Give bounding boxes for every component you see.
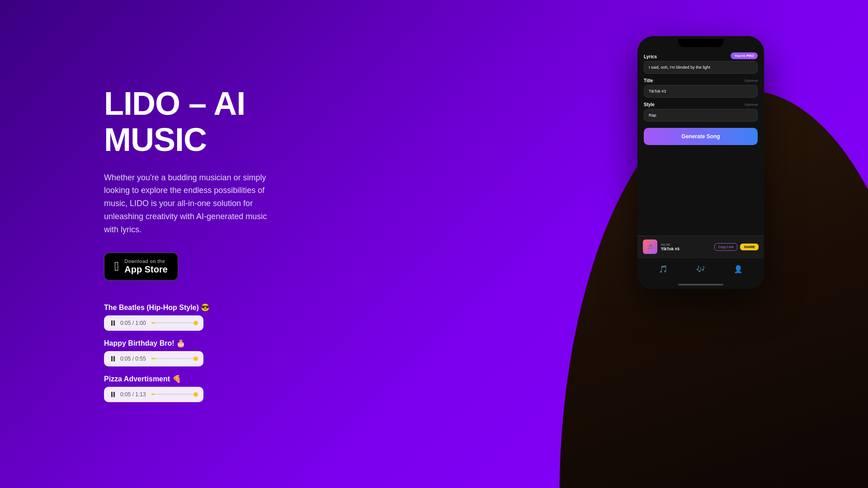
phone-frame: You're PRO Lyrics I said, ooh, I'm blind…: [637, 36, 764, 289]
song-title: Happy Birthday Bro! 🎂: [104, 339, 316, 347]
progress-dot: [193, 357, 198, 361]
nav-music-icon[interactable]: 🎵: [659, 265, 668, 273]
songs-list: The Beatles (Hip-Hop Style) 😎 0:05 / 1:0…: [104, 303, 316, 402]
progress-bar[interactable]: [151, 394, 196, 395]
play-pause-button[interactable]: [111, 320, 115, 326]
app-description: Whether you're a budding musician or sim…: [104, 171, 276, 236]
progress-bar[interactable]: [151, 322, 196, 324]
download-label: Download on the: [124, 258, 168, 264]
phone-notch-area: You're PRO: [637, 36, 764, 50]
time-display: 0:05 / 1:00: [120, 320, 146, 326]
progress-fill: [151, 322, 155, 324]
pause-icon: [111, 392, 115, 397]
home-indicator: [637, 280, 764, 289]
now-playing-info: 00:38 TikTok #3: [661, 243, 711, 251]
share-button[interactable]: SHARE: [740, 244, 759, 250]
now-playing-time: 00:38: [661, 243, 711, 247]
now-playing-thumbnail: 🎵: [643, 239, 657, 254]
left-section: LIDO – AI MUSIC Whether you're a budding…: [0, 0, 316, 488]
progress-dot: [193, 392, 198, 397]
nav-profile-icon[interactable]: 👤: [734, 265, 743, 273]
phone-notch: [678, 39, 723, 47]
pause-icon: [111, 356, 115, 361]
pro-badge: You're PRO: [731, 52, 758, 59]
now-playing-title: TikTok #3: [661, 247, 711, 251]
app-store-text: Download on the App Store: [124, 258, 168, 275]
store-name: App Store: [124, 264, 168, 275]
nav-notes-icon[interactable]: 🎶: [696, 265, 705, 273]
title-field-group: Title Optional TikTok #3: [644, 78, 758, 98]
play-pause-button[interactable]: [111, 356, 115, 361]
title-input[interactable]: TikTok #3: [644, 85, 758, 98]
style-input[interactable]: Rap: [644, 109, 758, 122]
lyrics-input[interactable]: I said, ooh, I'm blinded by the light: [644, 61, 758, 74]
progress-fill: [151, 394, 155, 395]
audio-player[interactable]: 0:05 / 1:00: [104, 315, 203, 331]
home-bar: [678, 284, 723, 286]
progress-bar[interactable]: [151, 358, 196, 359]
title-label: Title Optional: [644, 78, 758, 83]
apple-icon: : [114, 260, 119, 273]
play-pause-button[interactable]: [111, 392, 115, 397]
time-display: 0:05 / 0:55: [120, 356, 146, 362]
now-playing-actions: Copy Link SHARE: [714, 243, 759, 251]
song-title: The Beatles (Hip-Hop Style) 😎: [104, 303, 316, 312]
right-section: You're PRO Lyrics I said, ooh, I'm blind…: [316, 0, 868, 488]
spacer: [644, 150, 758, 231]
song-item: The Beatles (Hip-Hop Style) 😎 0:05 / 1:0…: [104, 303, 316, 331]
audio-player[interactable]: 0:05 / 0:55: [104, 351, 203, 366]
song-item: Happy Birthday Bro! 🎂 0:05 / 0:55: [104, 339, 316, 366]
generate-song-button[interactable]: Generate Song: [644, 128, 758, 145]
phone-screen: Lyrics I said, ooh, I'm blinded by the l…: [637, 50, 764, 289]
audio-player[interactable]: 0:05 / 1:13: [104, 387, 203, 402]
screen-content: Lyrics I said, ooh, I'm blinded by the l…: [637, 50, 764, 235]
time-display: 0:05 / 1:13: [120, 391, 146, 398]
pause-icon: [111, 320, 115, 326]
copy-link-button[interactable]: Copy Link: [714, 243, 738, 251]
progress-dot: [193, 321, 198, 325]
progress-fill: [151, 358, 156, 359]
now-playing-bar: 🎵 00:38 TikTok #3 Copy Link SHARE: [637, 235, 764, 258]
song-item: Pizza Advertisment 🍕 0:05 / 1:13: [104, 375, 316, 402]
app-title: LIDO – AI MUSIC: [104, 86, 316, 157]
app-store-button[interactable]:  Download on the App Store: [104, 253, 178, 281]
bottom-navigation: 🎵 🎶 👤: [637, 258, 764, 280]
style-field-group: Style Optional Rap: [644, 102, 758, 122]
style-label: Style Optional: [644, 102, 758, 107]
song-title: Pizza Advertisment 🍕: [104, 375, 316, 383]
